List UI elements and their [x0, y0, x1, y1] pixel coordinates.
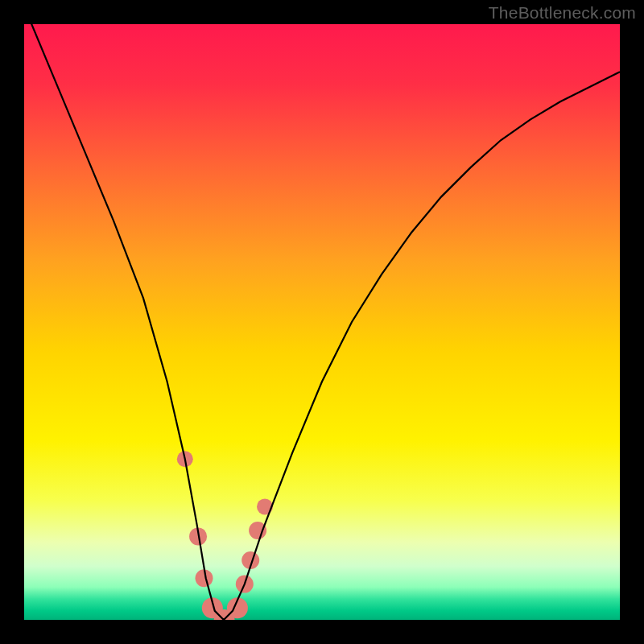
- marker-dot: [257, 498, 273, 514]
- plot-background: [24, 24, 620, 620]
- watermark-text: TheBottleneck.com: [489, 3, 636, 23]
- chart-svg: [0, 0, 644, 644]
- chart-frame: TheBottleneck.com: [0, 0, 644, 644]
